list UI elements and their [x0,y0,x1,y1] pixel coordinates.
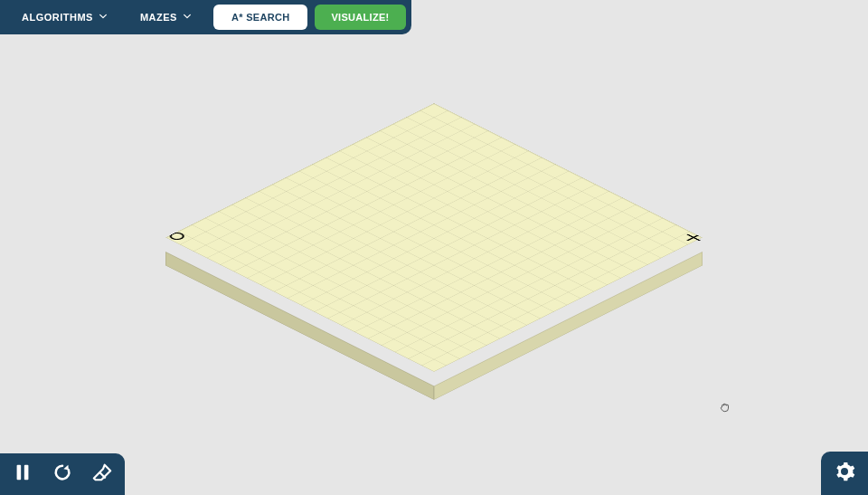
circle-icon [159,229,193,245]
pause-icon[interactable] [13,462,33,486]
visualize-button[interactable]: VISUALIZE! [315,5,405,30]
bottom-left-controls [0,453,125,495]
top-toolbar: ALGORITHMS MAZES A* SEARCH VISUALIZE! [0,0,411,34]
algorithms-dropdown[interactable]: ALGORITHMS [5,5,124,30]
start-marker[interactable] [675,230,709,246]
grid-surface[interactable] [165,103,703,372]
erase-icon[interactable] [92,462,112,486]
end-marker[interactable] [159,229,193,245]
svg-rect-1 [17,465,22,481]
bottom-right-controls [821,452,868,495]
isometric-wrap [165,118,703,386]
algorithms-label: ALGORITHMS [22,12,93,23]
grid-stage [244,62,624,442]
plus-icon [675,230,709,246]
chevron-down-icon [99,12,108,23]
svg-point-0 [168,232,186,241]
mazes-dropdown[interactable]: MAZES [124,5,208,30]
svg-rect-2 [24,465,29,481]
grab-cursor-icon [719,401,731,417]
reset-icon[interactable] [52,462,72,486]
chevron-down-icon [183,12,192,23]
gear-icon[interactable] [834,461,855,486]
mazes-label: MAZES [140,12,177,23]
selected-algorithm-button[interactable]: A* SEARCH [213,5,307,30]
